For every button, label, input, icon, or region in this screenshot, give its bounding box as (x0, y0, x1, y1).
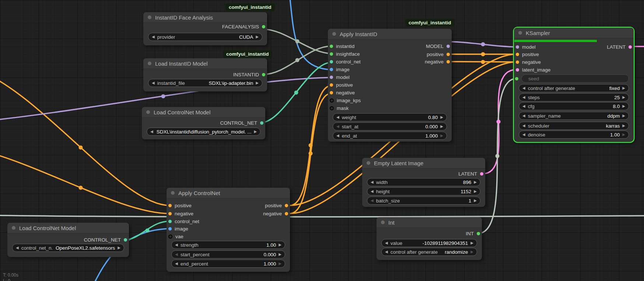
stepper-left-icon[interactable]: ◀ (175, 243, 178, 247)
node-header[interactable]: Load ControlNet Model (142, 107, 265, 118)
output-slot-faceanalysis[interactable]: FACEANALYSIS (222, 23, 265, 30)
node-header[interactable]: Int (377, 217, 482, 228)
stepper-right-icon[interactable]: ▶ (622, 86, 625, 90)
widget-controlnet-file[interactable]: ◀ SDXL\instantid\diffusion_pytorch_model… (147, 128, 260, 136)
collapse-dot-icon[interactable] (148, 15, 151, 19)
stepper-left-icon[interactable]: ◀ (385, 241, 388, 245)
stepper-left-icon[interactable]: ◀ (522, 96, 525, 99)
slot-dot[interactable] (330, 60, 333, 63)
stepper-right-icon[interactable]: ▶ (256, 35, 259, 39)
slot-dot[interactable] (168, 227, 172, 230)
stepper-right-icon[interactable]: ▶ (256, 81, 259, 85)
output-slot-latent[interactable]: LATENT (607, 44, 632, 50)
slot-dot[interactable] (262, 25, 265, 28)
input-slot-negative[interactable]: negative (168, 210, 193, 217)
input-slot-vae[interactable]: vae (168, 233, 183, 240)
output-slot-negative[interactable]: negative (263, 210, 288, 217)
stepper-right-icon[interactable]: ▶ (474, 190, 477, 193)
stepper-right-icon[interactable]: ▶ (470, 241, 473, 245)
slot-dot[interactable] (447, 45, 450, 48)
output-slot-negative[interactable]: negative (425, 58, 450, 65)
widget-instantid-file[interactable]: ◀ instantid_file SDXL\ip-adapter.bin ▶ (148, 79, 262, 87)
input-slot-image[interactable]: image (330, 66, 350, 73)
input-slot-control-net[interactable]: control_net (168, 218, 199, 225)
node-ksampler[interactable]: KSampler model positive negative latent_… (514, 28, 634, 142)
stepper-right-icon[interactable]: ▶ (279, 262, 281, 266)
input-slot-model[interactable]: model (516, 44, 536, 50)
slot-dot[interactable] (260, 121, 263, 125)
graph-canvas[interactable]: comfyui_instantid comfyui_instantid comf… (0, 0, 644, 281)
collapse-dot-icon[interactable] (148, 62, 151, 65)
input-slot-insightface[interactable]: insightface (330, 51, 360, 57)
input-slot-image[interactable]: image (168, 225, 188, 232)
collapse-dot-icon[interactable] (146, 110, 150, 114)
node-header[interactable]: Load InstantID Model (143, 58, 267, 69)
node-header[interactable]: Empty Latent Image (362, 158, 485, 169)
node-load-controlnet-model-instantid[interactable]: Load ControlNet Model CONTROL_NET ◀ SDXL… (142, 107, 265, 139)
collapse-dot-icon[interactable] (367, 161, 370, 165)
stepper-left-icon[interactable]: ◀ (522, 104, 525, 108)
widget-controlnet-name[interactable]: ◀ control_net_n... OpenPoseXL2.safetenso… (12, 244, 124, 252)
widget-value[interactable]: ◀ value -1028911982904351 ▶ (381, 239, 477, 247)
slot-dot[interactable] (477, 232, 480, 235)
stepper-left-icon[interactable]: ◀ (175, 262, 178, 266)
slot-dot[interactable] (285, 204, 288, 207)
stepper-right-icon[interactable]: ▶ (474, 180, 477, 184)
widget-sampler-name[interactable]: ◀ sampler_name ddpm ▶ (519, 112, 629, 120)
slot-dot[interactable] (330, 68, 333, 71)
node-int[interactable]: Int INT ◀ value -1028911982904351 ▶ ◀ co… (377, 217, 482, 260)
widget-width[interactable]: ◀ width 896 ▶ (367, 178, 480, 186)
widget-control-after-generate[interactable]: ◀ control after generate randomize ▶ (381, 248, 477, 256)
widget-end-percent[interactable]: ◀ end_percent 1.000 ▶ (171, 260, 285, 268)
node-header[interactable]: Load ControlNet Model (7, 223, 129, 233)
slot-dot[interactable] (168, 220, 172, 223)
slot-dot[interactable] (330, 106, 334, 110)
slot-dot[interactable] (516, 68, 519, 72)
collapse-dot-icon[interactable] (171, 191, 175, 195)
stepper-left-icon[interactable]: ◀ (522, 114, 525, 118)
node-header[interactable]: Apply InstantID (328, 29, 452, 39)
stepper-left-icon[interactable]: ◀ (371, 199, 374, 202)
input-slot-control-net[interactable]: control_net (330, 58, 361, 65)
input-slot-model[interactable]: model (330, 74, 350, 80)
node-apply-instantid[interactable]: Apply InstantID instantid insightface co… (328, 29, 452, 142)
stepper-left-icon[interactable]: ◀ (522, 133, 525, 136)
collapse-dot-icon[interactable] (332, 32, 336, 36)
stepper-left-icon[interactable]: ◀ (336, 115, 339, 119)
stepper-left-icon[interactable]: ◀ (152, 35, 155, 39)
widget-start-percent[interactable]: ◀ start_percent 0.000 ▶ (171, 250, 285, 259)
stepper-left-icon[interactable]: ◀ (371, 190, 374, 193)
stepper-right-icon[interactable]: ▶ (279, 243, 281, 247)
widget-weight[interactable]: ◀ weight 0.80 ▶ (333, 113, 447, 121)
widget-strength[interactable]: ◀ strength 1.00 ▶ (171, 241, 285, 249)
input-slot-mask[interactable]: mask (330, 105, 349, 111)
widget-control-after-generate[interactable]: ◀ control after generate fixed ▶ (519, 84, 629, 92)
slot-dot[interactable] (629, 45, 632, 49)
stepper-right-icon[interactable]: ▶ (254, 130, 257, 133)
input-slot-instantid[interactable]: instantid (330, 43, 354, 49)
stepper-left-icon[interactable]: ◀ (522, 86, 525, 90)
slot-dot[interactable] (330, 91, 333, 94)
output-slot-instantid[interactable]: INSTANTID (233, 71, 265, 78)
input-slot-negative[interactable]: negative (516, 59, 541, 65)
collapse-dot-icon[interactable] (12, 226, 15, 230)
stepper-right-icon[interactable]: ▶ (440, 134, 443, 138)
output-slot-control-net[interactable]: CONTROL_NET (84, 236, 127, 243)
widget-start-at[interactable]: ◀ start_at 0.000 ▶ (333, 122, 447, 131)
collapse-dot-icon[interactable] (518, 31, 522, 35)
slot-dot[interactable] (330, 98, 334, 103)
slot-dot[interactable] (124, 238, 127, 242)
stepper-right-icon[interactable]: ▶ (440, 115, 443, 119)
slot-dot[interactable] (447, 60, 450, 63)
stepper-right-icon[interactable]: ▶ (118, 246, 120, 250)
slot-dot[interactable] (480, 172, 483, 176)
stepper-right-icon[interactable]: ▶ (440, 125, 443, 128)
node-load-controlnet-model-openpose[interactable]: Load ControlNet Model CONTROL_NET ◀ cont… (7, 223, 129, 257)
output-slot-model[interactable]: MODEL (426, 43, 450, 49)
stepper-left-icon[interactable]: ◀ (152, 81, 155, 85)
output-slot-control-net[interactable]: CONTROL_NET (220, 119, 263, 126)
stepper-right-icon[interactable]: ▶ (622, 104, 625, 108)
stepper-right-icon[interactable]: ▶ (622, 133, 625, 136)
output-slot-latent[interactable]: LATENT (458, 170, 483, 177)
input-slot-seed-dot[interactable] (515, 77, 518, 80)
